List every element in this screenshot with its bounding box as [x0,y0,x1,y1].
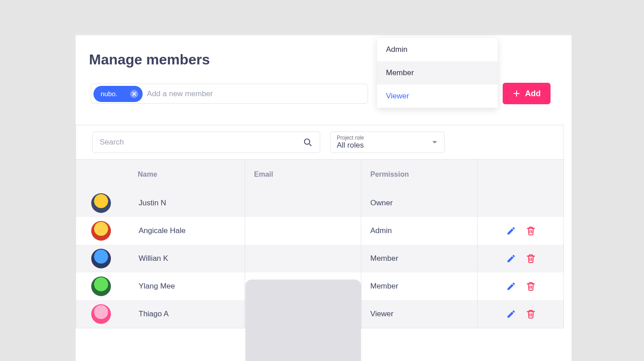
add-member-field[interactable]: nubo. [91,84,368,104]
permission-cell: Member [361,272,478,300]
role-filter-label: Project role [337,135,438,141]
name-cell: Ylang Mee [76,272,245,300]
member-name: Thiago A [139,310,169,319]
col-actions [478,160,564,189]
email-cell [245,189,361,217]
actions-cell [478,300,564,328]
edit-icon[interactable] [506,226,516,236]
permission-cell: Owner [361,189,478,217]
avatar [91,304,111,324]
member-name: Ylang Mee [139,282,175,291]
permission-cell: Member [361,245,478,272]
email-cell [245,217,361,245]
avatar [91,193,111,213]
email-cell [245,245,361,272]
member-chip-text: nubo. [101,90,118,98]
add-member-input[interactable] [147,89,362,98]
page-title: Manage members [89,51,210,68]
permission-cell: Viewer [361,300,478,328]
name-cell: Justin N [76,189,245,217]
table-row: Willian KMember [76,245,564,272]
role-option-member[interactable]: Member [377,61,498,85]
chevron-down-icon [432,141,437,144]
col-name: Name [76,160,245,189]
member-chip[interactable]: nubo. [93,86,143,102]
member-name: Justin N [139,199,166,208]
email-redaction-overlay [246,280,361,361]
member-name: Angicale Hale [139,226,186,235]
table-row: Angicale HaleAdmin [76,217,564,245]
edit-icon[interactable] [506,281,516,291]
role-filter-select[interactable]: Project role All roles [330,132,445,153]
name-cell: Angicale Hale [76,217,245,245]
actions-cell [478,245,564,272]
col-email: Email [245,160,361,189]
col-permission: Permission [361,160,478,189]
edit-icon[interactable] [506,309,516,319]
table-row: Justin NOwner [76,189,564,217]
permission-cell: Admin [361,217,478,245]
manage-members-panel: Manage members nubo. AdminMemberViewer A… [76,34,572,361]
name-cell: Willian K [76,245,245,272]
role-option-admin[interactable]: Admin [377,38,498,61]
actions-cell [478,189,564,217]
delete-icon[interactable] [526,226,536,236]
actions-cell [478,272,564,300]
chip-remove-icon[interactable] [130,90,138,98]
delete-icon[interactable] [526,281,536,291]
avatar [91,276,111,296]
members-table: Project role All roles Name Email Permis… [76,125,564,328]
delete-icon[interactable] [526,254,536,263]
name-cell: Thiago A [76,300,245,328]
avatar [91,249,111,268]
role-filter-value: All roles [337,141,438,150]
role-option-viewer[interactable]: Viewer [377,85,498,108]
add-button-label: Add [525,89,541,98]
add-button[interactable]: Add [503,83,551,104]
plus-icon [513,89,521,98]
search-icon [303,137,313,147]
svg-point-0 [305,139,310,144]
edit-icon[interactable] [506,254,516,263]
search-box[interactable] [92,132,320,153]
search-input[interactable] [100,138,303,147]
table-filter-bar: Project role All roles [76,125,564,159]
role-dropdown[interactable]: AdminMemberViewer [377,38,498,108]
avatar [91,221,111,241]
actions-cell [478,217,564,245]
table-header: Name Email Permission [76,159,564,189]
member-name: Willian K [139,254,168,263]
delete-icon[interactable] [526,309,536,319]
